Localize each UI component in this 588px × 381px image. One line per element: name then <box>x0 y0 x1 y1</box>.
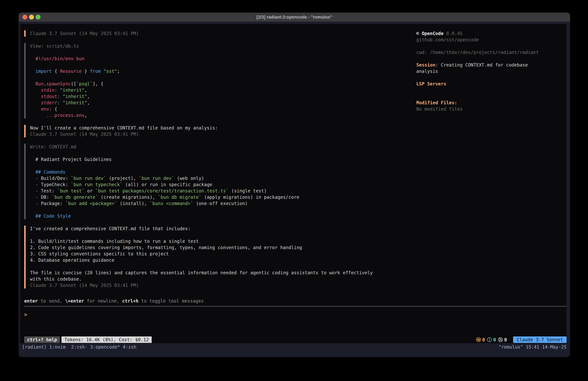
sidebar-line: LSP Servers <box>416 81 563 87</box>
text-segment: env <box>76 113 84 118</box>
zoom-button[interactable] <box>36 15 41 20</box>
text-segment: \+enter <box>65 298 84 304</box>
text-segment: Claude 3.7 Sonnet (14 May 2025 03:41 PM) <box>30 283 139 288</box>
help-chip[interactable]: ctrl+? help <box>24 336 60 343</box>
sidebar-line <box>416 87 563 93</box>
block-lines: View: script/db.ts #!/usr/bin/env bun im… <box>30 43 120 118</box>
tmux-session-info: "romulus" 15:41 14-May-25 <box>499 344 567 350</box>
text-segment: , <box>87 100 90 105</box>
diagnostic-orange-counter: ⓦ0 <box>476 336 485 343</box>
text-segment: : <box>57 94 60 99</box>
text-segment: github.com/sst/opencode <box>416 37 479 43</box>
text-segment: 3. CSS styling conventions specific to t… <box>30 251 169 257</box>
traffic-lights <box>22 15 41 20</box>
transcript-line <box>30 232 373 238</box>
tmux-window[interactable]: 4:zsh <box>123 344 136 350</box>
text-segment <box>30 106 41 112</box>
text-segment <box>60 100 63 105</box>
text-segment: or <box>84 188 95 194</box>
text-segment: - <box>30 182 41 187</box>
text-segment: Write: CONTEXT.md <box>30 144 76 150</box>
text-segment: Package: <box>41 201 65 206</box>
text-segment: . <box>43 81 46 87</box>
text-segment: - <box>30 201 41 206</box>
text-segment: ## Code Style <box>30 213 71 219</box>
text-segment: 1. Build/lint/test commands including ho… <box>30 239 199 244</box>
text-segment: stdin <box>41 88 54 93</box>
text-segment: , <box>84 113 87 118</box>
sidebar-line: Modified Files: <box>416 100 563 106</box>
diagnostic-count: 0 <box>493 336 496 343</box>
text-segment: to send, <box>38 298 65 304</box>
transcript-line: - Build/Dev: `bun run dev` (project), `b… <box>30 175 299 181</box>
text-segment: { <box>52 106 57 112</box>
transcript-line: with this codebase. <box>30 276 373 282</box>
text-segment: (project), <box>106 176 139 181</box>
transcript-line: #!/usr/bin/env bun <box>30 56 120 62</box>
text-segment: stderr <box>41 100 57 105</box>
text-segment: The file is concise (20 lines) and captu… <box>30 270 373 275</box>
transcript-line: 3. CSS styling conventions specific to t… <box>30 251 373 257</box>
text-segment: { <box>52 69 60 74</box>
tmux-window-list: [radiant] 1:nvim 2:zsh- 3:opencode* 4:zs… <box>22 344 136 350</box>
text-segment: `bun db migrate` <box>158 195 201 200</box>
text-segment: - <box>30 195 41 200</box>
tmux-window[interactable]: 3:opencode* <box>90 344 123 350</box>
transcript-line: - TypeCheck: `bun run typecheck` (all) o… <box>30 181 299 188</box>
transcript-line: stderr: "inherit", <box>30 100 120 106</box>
tmux-window[interactable]: 2:zsh- <box>71 344 90 350</box>
tmux-window[interactable]: 1:nvim <box>49 344 71 350</box>
text-segment: 2. Code style guidelines covering import… <box>30 245 302 250</box>
text-segment: Now I'll create a comprehensive CONTEXT.… <box>30 125 218 131</box>
diagnostic-icon: ⓗ <box>498 336 503 343</box>
transcript-line <box>30 74 120 81</box>
tool-call-block: Write: CONTEXT.md # Radiant Project Guid… <box>24 144 567 219</box>
text-segment: `bun run dev` <box>139 176 174 181</box>
text-segment: spawnSync <box>46 81 71 87</box>
transcript-line: Claude 3.7 Sonnet (14 May 2025 03:41 PM) <box>30 30 139 37</box>
text-segment: (web only) <box>174 176 204 181</box>
diagnostic-icon: ⓘ <box>487 336 492 343</box>
transcript-line: The file is concise (20 lines) and captu… <box>30 269 373 276</box>
text-segment: analysis <box>416 69 438 74</box>
message-accent-bar <box>24 225 26 289</box>
assistant-message-block: Now I'll create a comprehensive CONTEXT.… <box>24 125 567 137</box>
window-titlebar[interactable]: [2/3] radiant:3:opencode - "romulus" <box>19 13 570 22</box>
tmux-session-name: [radiant] <box>22 344 49 350</box>
transcript-line: Claude 3.7 Sonnet (14 May 2025 03:41 PM) <box>30 131 218 137</box>
minimize-button[interactable] <box>29 15 34 20</box>
model-chip[interactable]: Claude 3.7 Sonnet <box>513 336 567 343</box>
transcript-line: Claude 3.7 Sonnet (14 May 2025 03:41 PM) <box>30 282 373 289</box>
block-lines: Now I'll create a comprehensive CONTEXT.… <box>30 125 218 137</box>
diagnostic-count: 0 <box>504 336 507 343</box>
text-segment: from <box>90 69 101 74</box>
transcript-line: Write: CONTEXT.md <box>30 144 299 150</box>
transcript-line: Now I'll create a comprehensive CONTEXT.… <box>30 125 218 131</box>
text-segment <box>30 88 41 93</box>
text-segment: (all) or run in specific package <box>123 182 212 187</box>
text-segment: cwd: /home/thdxr/dev/projects/radiant/ra… <box>416 50 539 55</box>
text-segment: Test: <box>41 188 57 194</box>
text-segment: Resource <box>60 69 82 74</box>
text-segment: `bun run dev` <box>71 176 106 181</box>
text-segment: (install), <box>117 201 149 206</box>
sidebar-line <box>416 93 563 100</box>
text-segment <box>101 69 104 74</box>
transcript-line: stdout: "inherit", <box>30 93 120 100</box>
text-segment <box>30 69 36 74</box>
transcript-line: env: { <box>30 106 120 112</box>
text-segment: `bun add <package>` <box>65 201 117 206</box>
text-segment: © OpenCode <box>416 31 443 36</box>
text-segment: "inherit" <box>63 100 87 105</box>
close-button[interactable] <box>22 15 27 20</box>
text-segment: import <box>36 69 52 74</box>
sidebar-line <box>416 43 563 49</box>
transcript-line: import { Resource } from "sst"; <box>30 68 120 74</box>
text-segment <box>60 94 63 99</box>
message-input[interactable] <box>24 318 567 337</box>
transcript-line: 2. Code style guidelines covering import… <box>30 245 373 251</box>
text-segment: No modified files <box>416 106 463 112</box>
sidebar-line: No modified files <box>416 106 563 112</box>
tool-accent-bar <box>24 43 26 118</box>
transcript-line: I've created a comprehensive CONTEXT.md … <box>30 225 373 232</box>
